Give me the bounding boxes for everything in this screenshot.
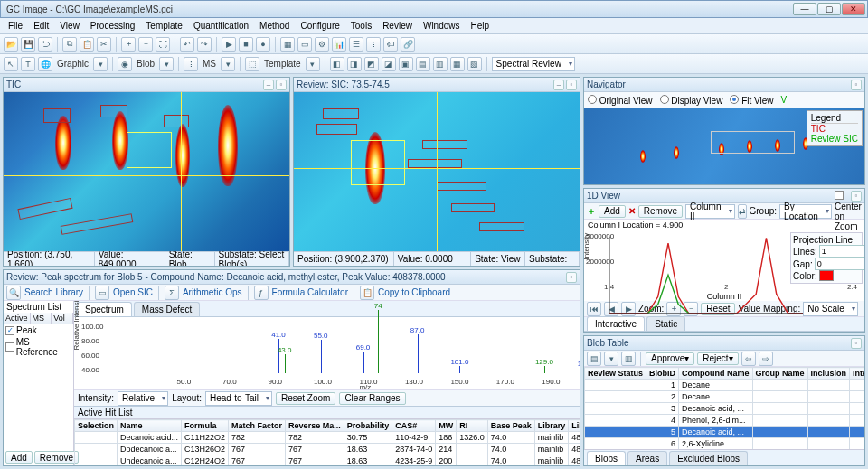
hit-table[interactable]: SelectionNameFormulaMatch FactorReverse … — [74, 419, 580, 465]
spectrum-list-row[interactable]: ✓Peak — [4, 324, 73, 336]
zoom-out-icon[interactable]: － — [138, 37, 153, 52]
blob-row[interactable]: 2Decane01.90 — [585, 391, 865, 403]
remove-spectrum-button[interactable]: Remove — [34, 451, 79, 464]
menu-file[interactable]: File — [4, 20, 27, 32]
tool-d-icon[interactable]: ◪ — [382, 57, 396, 71]
dropdown-icon[interactable]: ▾ — [221, 57, 235, 71]
sic-heatmap[interactable] — [294, 92, 580, 251]
maximize-button[interactable]: ▢ — [817, 3, 841, 15]
menu-processing[interactable]: Processing — [86, 20, 139, 32]
minimize-button[interactable]: — — [793, 3, 816, 15]
link-icon[interactable]: 🔗 — [401, 37, 415, 52]
cols-icon[interactable]: ▥ — [621, 352, 636, 366]
gap-input[interactable] — [815, 258, 865, 270]
intensity-dropdown[interactable]: Relative — [118, 391, 168, 406]
hit-row[interactable]: Dodecanoic a...C13H26O276776718.632874-7… — [75, 444, 580, 455]
menu-view[interactable]: View — [55, 20, 84, 32]
window-icon[interactable]: ▭ — [297, 37, 312, 52]
globe-icon[interactable]: 🌐 — [38, 57, 52, 71]
tool-c-icon[interactable]: ◩ — [364, 57, 379, 71]
sync-icon[interactable]: ⇄ — [738, 204, 747, 219]
tool-e-icon[interactable]: ▣ — [399, 57, 413, 71]
table-icon[interactable]: ☰ — [349, 37, 363, 52]
tool-g-icon[interactable]: ▥ — [433, 57, 448, 71]
clear-ranges-button[interactable]: Clear Ranges — [339, 392, 405, 405]
lines-input[interactable] — [819, 245, 865, 258]
close-button[interactable]: ✕ — [842, 3, 865, 15]
calc-icon[interactable]: Σ — [165, 286, 179, 300]
back-icon[interactable]: ⮌ — [38, 37, 52, 52]
blob-row[interactable]: 62,6-Xylidine03.15 — [585, 438, 865, 450]
prev-icon[interactable]: ⇦ — [741, 352, 756, 366]
copy-link[interactable]: Copy to Clipboard — [378, 287, 450, 297]
approve-button[interactable]: Approve ▾ — [646, 352, 694, 365]
paste-icon[interactable]: 📋 — [80, 37, 94, 52]
play-icon[interactable]: ▶ — [222, 37, 236, 52]
filter-icon[interactable]: ▤ — [587, 352, 601, 366]
blob-table[interactable]: Review StatusBlobIDCompound NameGroup Na… — [584, 367, 864, 449]
hit-row[interactable]: Undecanoic a...C12H24O276776718.634234-2… — [75, 455, 580, 466]
stop-icon[interactable]: ■ — [239, 37, 253, 52]
hit-row[interactable]: Decanoic acid...C11H22O278278230.75110-4… — [75, 432, 580, 444]
dropdown-icon[interactable]: ▾ — [93, 57, 108, 71]
menu-windows[interactable]: Windows — [419, 20, 465, 32]
formula-icon[interactable]: ƒ — [254, 286, 269, 300]
blob-row[interactable]: 4Phenol, 2,6-dim...02.70 — [585, 415, 865, 427]
restore-icon[interactable]: ▫ — [851, 338, 862, 349]
reject-button[interactable]: Reject ▾ — [697, 352, 738, 365]
clipboard-icon[interactable]: 📋 — [360, 286, 374, 300]
blob-icon[interactable]: ◉ — [118, 57, 132, 71]
chart-icon[interactable]: 📊 — [332, 37, 346, 52]
pointer-icon[interactable]: ↖ — [4, 57, 18, 71]
menu-tools[interactable]: Tools — [346, 20, 376, 32]
record-icon[interactable]: ● — [256, 37, 270, 52]
save-icon[interactable]: 💾 — [21, 37, 35, 52]
value-mapping-dropdown[interactable]: No Scale — [803, 302, 858, 316]
template-icon[interactable]: ⬚ — [245, 57, 259, 71]
ms-icon[interactable]: ⫶ — [184, 57, 198, 71]
restore-icon[interactable]: ▫ — [566, 80, 577, 90]
arithmetic-link[interactable]: Arithmetic Ops — [183, 287, 242, 297]
menu-edit[interactable]: Edit — [29, 20, 53, 32]
menu-method[interactable]: Method — [255, 20, 294, 32]
tic-heatmap[interactable] — [4, 92, 289, 251]
areas-tab[interactable]: Areas — [627, 451, 667, 465]
tool-a-icon[interactable]: ◧ — [330, 57, 344, 71]
sort-icon[interactable]: ▾ — [604, 352, 618, 366]
tool-i-icon[interactable]: ▧ — [467, 57, 482, 71]
ms-plot[interactable]: Relative Intensity 41.043.055.069.07487.… — [74, 317, 580, 389]
collapse-icon[interactable]: – — [553, 80, 564, 90]
menu-review[interactable]: Review — [378, 20, 417, 32]
blob-row[interactable]: 3Decanoic acid, ...04.25 — [585, 403, 865, 415]
tool-b-icon[interactable]: ◨ — [347, 57, 362, 71]
excluded-tab[interactable]: Excluded Blobs — [669, 451, 748, 465]
sic-icon[interactable]: ▭ — [95, 286, 109, 300]
search-icon[interactable]: 🔍 — [6, 286, 21, 300]
color-swatch[interactable] — [819, 270, 834, 281]
open-icon[interactable]: 📂 — [4, 37, 18, 52]
nav-fit-radio[interactable]: Fit View — [730, 95, 773, 106]
dropdown-icon[interactable]: ▾ — [306, 57, 320, 71]
blob-row[interactable]: 5Decanoic acid, ...04.90 — [585, 427, 865, 438]
undo-icon[interactable]: ↶ — [180, 37, 194, 52]
restore-icon[interactable]: ▫ — [276, 80, 287, 90]
copy-icon[interactable]: ⧉ — [62, 37, 77, 52]
grid-icon[interactable]: ▦ — [280, 37, 295, 52]
tag-icon[interactable]: 🏷 — [383, 37, 398, 52]
search-library-link[interactable]: Search Library — [24, 287, 83, 297]
tool-f-icon[interactable]: ▤ — [416, 57, 430, 71]
redo-icon[interactable]: ↷ — [197, 37, 212, 52]
add-spectrum-button[interactable]: Add — [5, 451, 33, 464]
spectral-review-dropdown[interactable]: Spectral Review — [492, 57, 575, 71]
formula-link[interactable]: Formula Calculator — [272, 287, 348, 297]
spectrum-icon[interactable]: ⫶ — [366, 37, 381, 52]
zoom-fit-icon[interactable]: ⛶ — [156, 37, 170, 52]
navigator-map[interactable]: Legend TIC Review SIC — [584, 108, 864, 184]
view1d-plot[interactable]: Intensity 5000000 2000000 1.4 2 2.4 Proj… — [584, 230, 864, 292]
nav-original-radio[interactable]: Original View — [588, 95, 653, 106]
nav-display-radio[interactable]: Display View — [660, 95, 723, 106]
menu-help[interactable]: Help — [467, 20, 495, 32]
open-sic-link[interactable]: Open SIC — [113, 287, 153, 297]
cut-icon[interactable]: ✂ — [97, 37, 111, 52]
collapse-icon[interactable]: – — [263, 80, 274, 90]
